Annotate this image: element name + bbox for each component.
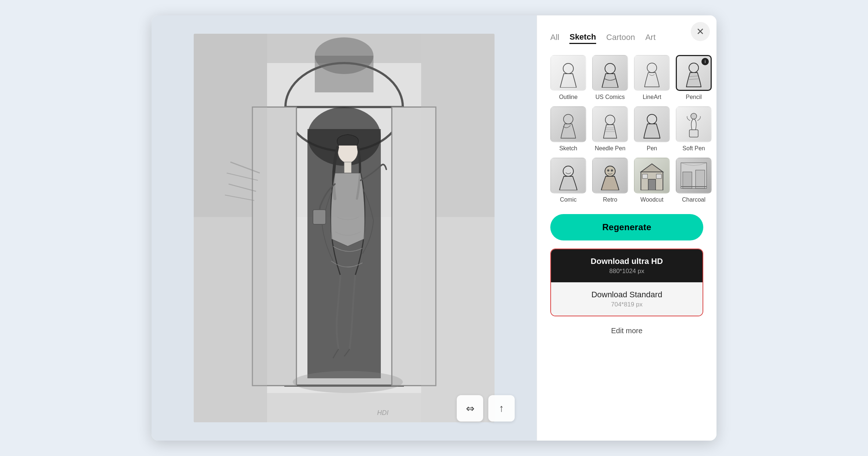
- regenerate-button[interactable]: Regenerate: [550, 214, 703, 240]
- download-std-subtitle: 704*819 px: [611, 301, 642, 308]
- style-thumb-pen: [634, 106, 670, 142]
- svg-point-39: [611, 169, 613, 172]
- tab-sketch[interactable]: Sketch: [569, 31, 596, 44]
- style-item-charcoal[interactable]: Charcoal: [676, 158, 712, 203]
- svg-point-20: [293, 371, 403, 393]
- style-thumb-charcoal: [676, 158, 712, 194]
- filter-tabs: All Sketch Cartoon Art: [550, 31, 703, 44]
- svg-point-22: [563, 63, 573, 74]
- compare-icon: ⇔: [466, 402, 474, 415]
- style-item-pencil[interactable]: i Pencil: [676, 55, 712, 100]
- style-item-needlepen[interactable]: Needle Pen: [592, 106, 628, 152]
- compare-button[interactable]: ⇔: [457, 395, 483, 422]
- upload-icon: ↑: [499, 402, 504, 414]
- tab-art[interactable]: Art: [645, 31, 656, 44]
- tab-cartoon[interactable]: Cartoon: [606, 31, 635, 44]
- svg-point-37: [605, 166, 615, 176]
- svg-point-33: [647, 114, 657, 124]
- style-thumb-outline: [550, 55, 586, 91]
- style-item-softpen[interactable]: Soft Pen: [676, 106, 712, 152]
- upload-button[interactable]: ↑: [488, 395, 515, 422]
- style-item-comic[interactable]: Comic: [550, 158, 586, 203]
- svg-rect-45: [683, 172, 692, 188]
- main-image: HDI: [194, 34, 495, 422]
- edit-more-button[interactable]: Edit more: [550, 323, 703, 339]
- sketch-illustration: HDI: [194, 34, 495, 422]
- svg-point-25: [689, 63, 699, 73]
- style-thumb-needlepen: [592, 106, 628, 142]
- svg-point-8: [315, 37, 373, 74]
- svg-point-35: [691, 113, 697, 119]
- style-thumb-pencil: i: [676, 55, 712, 91]
- style-thumb-softpen: [676, 106, 712, 142]
- style-item-sketch[interactable]: Sketch: [550, 106, 586, 152]
- svg-rect-18: [194, 34, 267, 422]
- style-thumb-uscomics: [592, 55, 628, 91]
- download-std-button[interactable]: Download Standard 704*819 px: [551, 282, 703, 316]
- svg-point-38: [607, 169, 609, 172]
- svg-rect-19: [421, 34, 495, 422]
- svg-rect-12: [344, 162, 351, 173]
- svg-point-29: [605, 115, 615, 125]
- image-bottom-controls: ⇔ ↑: [457, 395, 515, 422]
- style-item-retro[interactable]: Retro: [592, 158, 628, 203]
- svg-rect-41: [648, 179, 656, 190]
- svg-point-24: [647, 63, 657, 73]
- download-hd-button[interactable]: Download ultra HD 880*1024 px: [551, 249, 703, 282]
- download-hd-subtitle: 880*1024 px: [609, 268, 644, 275]
- style-thumb-retro: [592, 158, 628, 194]
- close-button[interactable]: ✕: [691, 22, 710, 41]
- svg-rect-42: [642, 174, 648, 179]
- download-section: Download ultra HD 880*1024 px Download S…: [550, 249, 703, 316]
- style-grid: Outline US Comics LineArt: [550, 55, 703, 203]
- svg-rect-46: [696, 170, 705, 188]
- app-container: ✕: [0, 0, 868, 456]
- modal: ✕: [152, 15, 716, 441]
- svg-rect-43: [656, 174, 661, 179]
- style-item-outline[interactable]: Outline: [550, 55, 586, 100]
- svg-point-28: [564, 114, 573, 124]
- right-panel: All Sketch Cartoon Art: [537, 15, 716, 441]
- svg-rect-34: [689, 130, 698, 137]
- style-thumb-lineart: [634, 55, 670, 91]
- download-hd-title: Download ultra HD: [591, 257, 663, 266]
- tab-all[interactable]: All: [550, 31, 559, 44]
- style-item-woodcut[interactable]: Woodcut: [634, 158, 670, 203]
- style-item-lineart[interactable]: LineArt: [634, 55, 670, 100]
- svg-text:HDI: HDI: [377, 409, 389, 416]
- style-item-uscomics[interactable]: US Comics: [592, 55, 628, 100]
- download-std-title: Download Standard: [591, 290, 662, 299]
- style-thumb-woodcut: [634, 158, 670, 194]
- style-thumb-sketch: [550, 106, 586, 142]
- style-item-pen[interactable]: Pen: [634, 106, 670, 152]
- selected-badge: i: [701, 58, 709, 65]
- image-panel: HDI ⇔ ↑: [152, 15, 537, 441]
- style-thumb-comic: [550, 158, 586, 194]
- svg-point-23: [605, 63, 615, 74]
- svg-point-36: [563, 166, 573, 176]
- svg-rect-13: [313, 210, 326, 224]
